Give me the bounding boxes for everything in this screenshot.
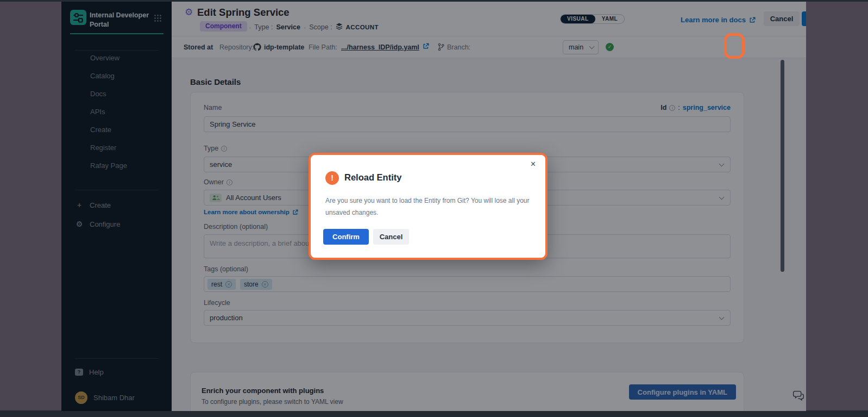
reload-entity-modal: × ! Reload Entity Are you sure you want …: [309, 153, 548, 260]
confirm-button[interactable]: Confirm: [323, 229, 369, 245]
warning-icon: !: [325, 171, 339, 185]
screen-bottom-edge: [0, 410, 868, 417]
app-window: Internal Developer Portal Overview Catal…: [61, 2, 806, 411]
modal-title: Reload Entity: [344, 172, 401, 183]
modal-cancel-button[interactable]: Cancel: [373, 229, 409, 245]
modal-body-text: Are you sure you want to load the Entity…: [325, 195, 543, 219]
close-icon[interactable]: ×: [531, 159, 536, 169]
